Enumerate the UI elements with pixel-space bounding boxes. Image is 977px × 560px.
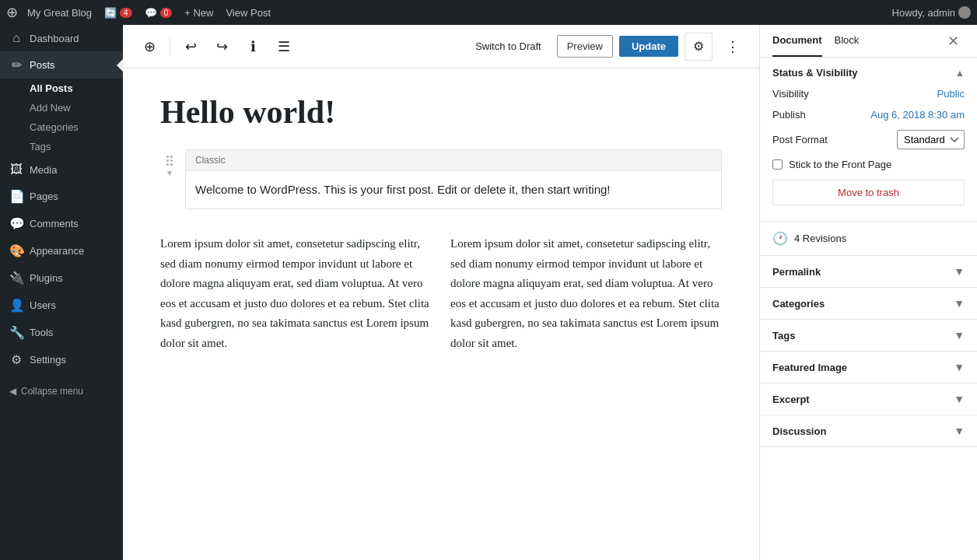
add-block-icon: ⊕	[144, 38, 156, 55]
preview-btn[interactable]: Preview	[557, 35, 613, 58]
admin-bar-comments[interactable]: 💬 0	[138, 7, 179, 19]
categories-label: Categories	[772, 298, 825, 310]
tools-icon: 🔧	[9, 325, 23, 340]
drag-handle-icon	[166, 156, 173, 166]
add-block-btn[interactable]: ⊕	[135, 33, 163, 61]
move-to-trash-btn[interactable]: Move to trash	[772, 180, 965, 205]
excerpt-section[interactable]: Excerpt ▼	[760, 383, 977, 415]
post-format-select[interactable]: Standard Aside Gallery Link Image Quote …	[897, 130, 965, 149]
classic-block-content[interactable]: Welcome to WordPress. This is your first…	[186, 171, 721, 208]
right-panel: Document Block ✕ Status & Visibility ▲ V…	[759, 25, 977, 560]
view-post-label: View Post	[226, 7, 271, 19]
sidebar-dashboard-label: Dashboard	[30, 33, 79, 44]
admin-bar-view-post[interactable]: View Post	[219, 7, 277, 19]
panel-tabs: Document Block ✕	[760, 25, 977, 58]
redo-btn[interactable]: ↪	[208, 33, 236, 61]
howdy-text: Howdy, admin	[892, 7, 955, 19]
users-icon: 👤	[9, 298, 23, 313]
revisions-row[interactable]: 🕐 4 Revisions	[760, 222, 977, 256]
publish-label: Publish	[772, 109, 806, 121]
block-collapse-arrow[interactable]: ▼	[166, 169, 173, 177]
sidebar-sub-categories[interactable]: Categories	[0, 117, 123, 137]
update-btn[interactable]: Update	[619, 36, 678, 57]
excerpt-label: Excerpt	[772, 394, 810, 405]
post-title[interactable]: Hello world!	[160, 93, 722, 131]
sidebar-item-comments[interactable]: 💬 Comments	[0, 210, 123, 237]
sidebar-item-dashboard[interactable]: ⌂ Dashboard	[0, 25, 123, 51]
info-btn[interactable]: ℹ	[239, 33, 267, 61]
updates-count: 4	[120, 8, 132, 18]
column-1-text[interactable]: Lorem ipsum dolor sit amet, consetetur s…	[160, 234, 432, 353]
sidebar-item-tools[interactable]: 🔧 Tools	[0, 319, 123, 346]
main-layout: ⌂ Dashboard ✏ Posts All Posts Add New Ca…	[0, 25, 977, 560]
admin-bar-new[interactable]: + New	[178, 7, 219, 19]
admin-bar-site[interactable]: My Great Blog	[21, 7, 98, 19]
sidebar-item-users[interactable]: 👤 Users	[0, 292, 123, 319]
list-view-icon: ☰	[278, 38, 290, 55]
pages-icon: 📄	[9, 189, 23, 204]
status-visibility-section: Status & Visibility ▲ Visibility Public …	[760, 58, 977, 222]
discussion-chevron-icon: ▼	[954, 425, 965, 437]
editor-wrapper: ⊕ ↩ ↪ ℹ ☰ Switch to Draft Preview Update…	[123, 25, 759, 560]
editor-toolbar: ⊕ ↩ ↪ ℹ ☰ Switch to Draft Preview Update…	[123, 25, 759, 68]
tab-block[interactable]: Block	[835, 25, 860, 57]
permalink-section[interactable]: Permalink ▼	[760, 256, 977, 288]
sidebar-collapse-btn[interactable]: ◀ Collapse menu	[0, 380, 123, 403]
plugins-icon: 🔌	[9, 271, 23, 285]
admin-avatar[interactable]	[958, 6, 971, 19]
stick-checkbox[interactable]	[772, 159, 783, 170]
panel-close-btn[interactable]: ✕	[941, 30, 965, 53]
stick-label: Stick to the Front Page	[789, 159, 891, 170]
sidebar-item-pages[interactable]: 📄 Pages	[0, 183, 123, 210]
posts-icon: ✏	[9, 58, 23, 72]
sidebar-pages-label: Pages	[30, 191, 58, 202]
column-2-text[interactable]: Lorem ipsum dolor sit amet, consetetur s…	[450, 234, 722, 353]
sidebar-item-appearance[interactable]: 🎨 Appearance	[0, 237, 123, 264]
block-drag-area[interactable]: ▼	[160, 149, 179, 228]
more-options-btn[interactable]: ⋮	[719, 33, 747, 61]
wp-logo-icon: ⊕	[6, 4, 18, 21]
new-label: + New	[184, 7, 213, 19]
permalink-label: Permalink	[772, 266, 821, 278]
sidebar-users-label: Users	[30, 299, 56, 311]
comments-count: 0	[160, 8, 173, 18]
sidebar-appearance-label: Appearance	[30, 245, 84, 257]
switch-to-draft-btn[interactable]: Switch to Draft	[466, 36, 551, 57]
tab-document[interactable]: Document	[772, 25, 822, 57]
visibility-value[interactable]: Public	[937, 88, 965, 100]
sidebar: ⌂ Dashboard ✏ Posts All Posts Add New Ca…	[0, 25, 123, 560]
sidebar-sub-add-new[interactable]: Add New	[0, 98, 123, 117]
categories-section[interactable]: Categories ▼	[760, 288, 977, 320]
posts-active-triangle	[117, 59, 123, 72]
panel-body: Status & Visibility ▲ Visibility Public …	[760, 58, 977, 560]
status-visibility-header[interactable]: Status & Visibility ▲	[760, 58, 977, 88]
featured-image-section[interactable]: Featured Image ▼	[760, 352, 977, 383]
excerpt-chevron-icon: ▼	[954, 393, 965, 405]
sidebar-sub-tags[interactable]: Tags	[0, 137, 123, 156]
classic-block[interactable]: Classic Welcome to WordPress. This is yo…	[185, 149, 722, 209]
tags-section[interactable]: Tags ▼	[760, 320, 977, 352]
sidebar-settings-label: Settings	[30, 354, 66, 366]
visibility-row: Visibility Public	[772, 88, 965, 100]
sidebar-item-plugins[interactable]: 🔌 Plugins	[0, 264, 123, 292]
settings-panel-btn[interactable]: ⚙	[685, 33, 713, 61]
sidebar-item-media[interactable]: 🖼 Media	[0, 156, 123, 183]
admin-bar: ⊕ My Great Blog 🔄 4 💬 0 + New View Post …	[0, 0, 977, 25]
editor-content: Hello world! ▼ Classic	[123, 68, 759, 560]
sidebar-item-posts[interactable]: ✏ Posts	[0, 51, 123, 79]
sidebar-comments-label: Comments	[30, 218, 79, 229]
collapse-icon: ◀	[9, 386, 16, 397]
dashboard-icon: ⌂	[9, 31, 23, 45]
publish-value[interactable]: Aug 6, 2018 8:30 am	[870, 109, 965, 121]
sidebar-sub-all-posts[interactable]: All Posts	[0, 79, 123, 98]
admin-bar-right: Howdy, admin	[892, 6, 971, 19]
undo-btn[interactable]: ↩	[177, 33, 205, 61]
updates-icon: 🔄	[104, 7, 117, 19]
admin-bar-updates[interactable]: 🔄 4	[98, 7, 138, 19]
discussion-section[interactable]: Discussion ▼	[760, 415, 977, 447]
sidebar-item-settings[interactable]: ⚙ Settings	[0, 346, 123, 373]
collapse-label: Collapse menu	[21, 386, 83, 397]
featured-image-label: Featured Image	[772, 362, 847, 373]
revisions-label: 4 Revisions	[794, 233, 846, 244]
list-view-btn[interactable]: ☰	[270, 33, 298, 61]
